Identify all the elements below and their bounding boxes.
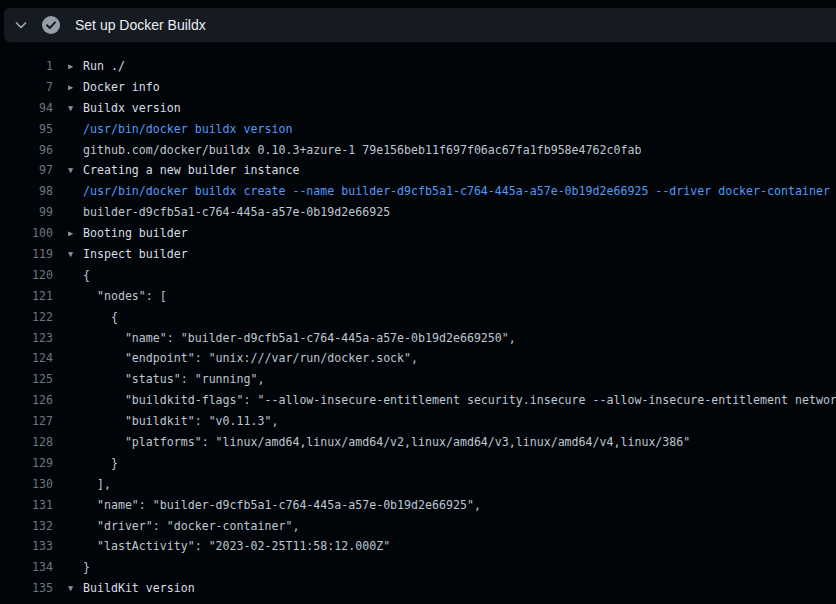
output-text: "buildkitd-flags": "--allow-insecure-ent… [83, 390, 836, 411]
line-number[interactable]: 121 [0, 286, 53, 307]
line-content: /usr/bin/docker buildx version [68, 119, 292, 140]
log-line: 126 "buildkitd-flags": "--allow-insecure… [0, 390, 836, 411]
log-line[interactable]: 94▼Buildx version [0, 98, 836, 119]
line-number[interactable]: 95 [0, 119, 53, 140]
arrow-spacer [68, 265, 83, 286]
chevron-down-icon[interactable] [13, 17, 29, 33]
line-number[interactable]: 131 [0, 495, 53, 516]
line-number[interactable]: 123 [0, 328, 53, 349]
log-line[interactable]: 97▼Creating a new builder instance [0, 160, 836, 181]
log-line: 125 "status": "running", [0, 369, 836, 390]
triangle-expanded-icon[interactable]: ▼ [68, 160, 83, 181]
step-title: Set up Docker Buildx [75, 17, 206, 33]
arrow-spacer [68, 369, 83, 390]
log-line[interactable]: 135▼BuildKit version [0, 578, 836, 599]
line-number[interactable]: 135 [0, 578, 53, 599]
line-content: builder-d9cfb5a1-c764-445a-a57e-0b19d2e6… [68, 599, 460, 604]
line-content: "lastActivity": "2023-02-25T11:58:12.000… [68, 536, 390, 557]
output-text: builder-d9cfb5a1-c764-445a-a57e-0b19d2e6… [83, 202, 390, 223]
output-text: ], [83, 474, 111, 495]
line-content: ▼Buildx version [68, 98, 181, 119]
line-number[interactable]: 119 [0, 244, 53, 265]
line-content: ▶Docker info [68, 77, 160, 98]
log-line[interactable]: 1▶Run ./ [0, 56, 836, 77]
line-number[interactable]: 129 [0, 453, 53, 474]
line-content: "endpoint": "unix:///var/run/docker.sock… [68, 348, 418, 369]
line-number[interactable]: 1 [0, 56, 53, 77]
line-number[interactable]: 100 [0, 223, 53, 244]
arrow-spacer [68, 328, 83, 349]
triangle-collapsed-icon[interactable]: ▶ [68, 56, 83, 77]
line-number[interactable]: 126 [0, 390, 53, 411]
output-text: { [83, 307, 118, 328]
step-header[interactable]: Set up Docker Buildx [4, 8, 836, 42]
line-number[interactable]: 96 [0, 140, 53, 161]
arrow-spacer [68, 453, 83, 474]
output-text: "status": "running", [83, 369, 264, 390]
line-number[interactable]: 94 [0, 98, 53, 119]
line-number[interactable]: 7 [0, 77, 53, 98]
arrow-spacer [68, 411, 83, 432]
arrow-spacer [68, 140, 83, 161]
line-number[interactable]: 125 [0, 369, 53, 390]
output-text: "name": "builder-d9cfb5a1-c764-445a-a57e… [83, 495, 481, 516]
log-line: 133 "lastActivity": "2023-02-25T11:58:12… [0, 536, 836, 557]
check-circle-icon [41, 15, 61, 35]
log-line[interactable]: 7▶Docker info [0, 77, 836, 98]
line-number[interactable]: 133 [0, 536, 53, 557]
line-content: "name": "builder-d9cfb5a1-c764-445a-a57e… [68, 328, 516, 349]
arrow-spacer [68, 390, 83, 411]
log-line: 131 "name": "builder-d9cfb5a1-c764-445a-… [0, 495, 836, 516]
line-content: } [68, 557, 90, 578]
log-line: 95/usr/bin/docker buildx version [0, 119, 836, 140]
command-text: /usr/bin/docker buildx version [83, 119, 292, 140]
output-text: "nodes": [ [83, 286, 167, 307]
line-number[interactable]: 120 [0, 265, 53, 286]
arrow-spacer [68, 119, 83, 140]
line-content: "driver": "docker-container", [68, 516, 299, 537]
line-number[interactable]: 122 [0, 307, 53, 328]
line-number[interactable]: 124 [0, 348, 53, 369]
line-content: ], [68, 474, 111, 495]
line-content: "nodes": [ [68, 286, 167, 307]
triangle-expanded-icon[interactable]: ▼ [68, 578, 83, 599]
output-text: } [83, 557, 90, 578]
arrow-spacer [68, 307, 83, 328]
line-number[interactable]: 136 [0, 599, 53, 604]
line-number[interactable]: 130 [0, 474, 53, 495]
line-content: ▶Run ./ [68, 56, 125, 77]
arrow-spacer [68, 286, 83, 307]
output-text: "driver": "docker-container", [83, 516, 299, 537]
line-content: { [68, 307, 118, 328]
output-text: "endpoint": "unix:///var/run/docker.sock… [83, 348, 418, 369]
triangle-collapsed-icon[interactable]: ▶ [68, 77, 83, 98]
log-line: 98/usr/bin/docker buildx create --name b… [0, 181, 836, 202]
line-number[interactable]: 128 [0, 432, 53, 453]
log-line[interactable]: 100▶Booting builder [0, 223, 836, 244]
line-number[interactable]: 132 [0, 516, 53, 537]
log-line: 130 ], [0, 474, 836, 495]
line-number[interactable]: 98 [0, 181, 53, 202]
line-number[interactable]: 97 [0, 160, 53, 181]
output-text: "platforms": "linux/amd64,linux/amd64/v2… [83, 432, 690, 453]
log-line: 136builder-d9cfb5a1-c764-445a-a57e-0b19d… [0, 599, 836, 604]
triangle-expanded-icon[interactable]: ▼ [68, 244, 83, 265]
log-line: 122 { [0, 307, 836, 328]
group-title: Buildx version [83, 98, 181, 119]
output-text: "buildkit": "v0.11.3", [83, 411, 278, 432]
output-text: builder-d9cfb5a1-c764-445a-a57e-0b19d2e6… [83, 599, 460, 604]
log-line: 120{ [0, 265, 836, 286]
line-number[interactable]: 127 [0, 411, 53, 432]
triangle-expanded-icon[interactable]: ▼ [68, 98, 83, 119]
log-line: 127 "buildkit": "v0.11.3", [0, 411, 836, 432]
triangle-collapsed-icon[interactable]: ▶ [68, 223, 83, 244]
log-line[interactable]: 119▼Inspect builder [0, 244, 836, 265]
line-number[interactable]: 134 [0, 557, 53, 578]
group-title: Run ./ [83, 56, 125, 77]
log-line: 121 "nodes": [ [0, 286, 836, 307]
log-line: 124 "endpoint": "unix:///var/run/docker.… [0, 348, 836, 369]
line-number[interactable]: 99 [0, 202, 53, 223]
log-line: 96github.com/docker/buildx 0.10.3+azure-… [0, 140, 836, 161]
line-content: "status": "running", [68, 369, 264, 390]
log-area: 1▶Run ./7▶Docker info94▼Buildx version95… [0, 56, 836, 604]
